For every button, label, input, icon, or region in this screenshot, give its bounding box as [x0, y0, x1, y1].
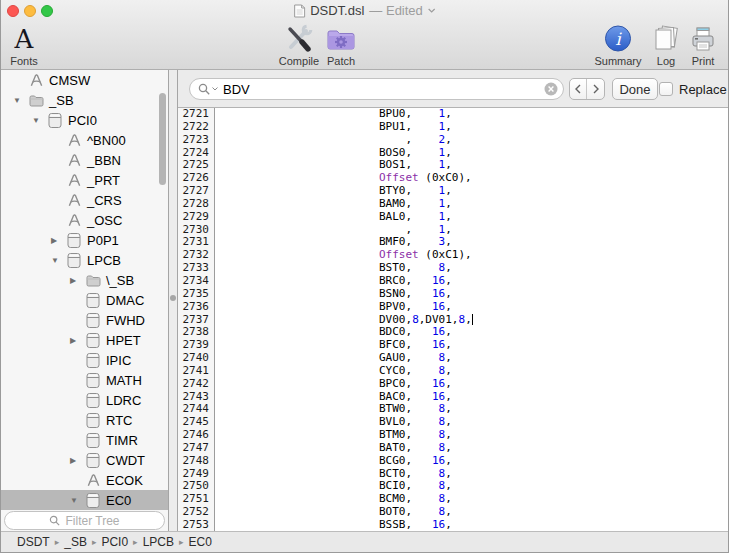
code-line[interactable]: 2737DV00,8,DV01,8,	[178, 314, 728, 327]
code-line[interactable]: 2741CYC0, 8,	[178, 365, 728, 378]
line-number: 2748	[178, 455, 215, 468]
code-line[interactable]: 2722BPU1, 1,	[178, 121, 728, 134]
sidebar-scrollbar-thumb[interactable]	[159, 93, 166, 185]
disclosure-triangle-icon[interactable]: ▶	[70, 276, 85, 285]
code-line[interactable]: 2750BCI0, 8,	[178, 480, 728, 493]
code-line[interactable]: 2747BAT0, 8,	[178, 442, 728, 455]
find-previous-button[interactable]	[570, 79, 587, 99]
sidebar-item-pci0[interactable]: ▼PCI0	[1, 110, 168, 130]
done-button[interactable]: Done	[612, 78, 658, 100]
code-line[interactable]: 2751BCM0, 8,	[178, 493, 728, 506]
code-line[interactable]: 2728BAM0, 1,	[178, 198, 728, 211]
breadcrumb-item[interactable]: PCI0	[101, 535, 128, 549]
print-button[interactable]: Print	[684, 23, 722, 67]
sidebar-item-lpcb[interactable]: ▼LPCB	[1, 250, 168, 270]
proxy-document-icon[interactable]	[293, 4, 305, 18]
search-clear-button[interactable]	[544, 82, 558, 96]
sidebar-item-dmac[interactable]: DMAC	[1, 290, 168, 310]
code-line[interactable]: 2735BSN0, 16,	[178, 288, 728, 301]
code-line[interactable]: 2752BOT0, 8,	[178, 506, 728, 519]
sidebar-item-hpet[interactable]: ▶HPET	[1, 330, 168, 350]
sidebar-item-rtc[interactable]: RTC	[1, 410, 168, 430]
disclosure-triangle-icon[interactable]: ▼	[13, 96, 28, 105]
breadcrumb-item[interactable]: LPCB	[143, 535, 174, 549]
code-line[interactable]: 2748BCG0, 16,	[178, 455, 728, 468]
code-line[interactable]: 2723 , 2,	[178, 134, 728, 147]
disclosure-triangle-icon[interactable]: ▶	[51, 236, 66, 245]
code-line[interactable]: 2721BPU0, 1,	[178, 108, 728, 121]
disclosure-triangle-icon[interactable]: ▼	[70, 496, 85, 505]
code-line[interactable]: 2726Offset (0xC0),	[178, 172, 728, 185]
zoom-window-button[interactable]	[41, 5, 53, 17]
code-line[interactable]: 2744BTW0, 8,	[178, 403, 728, 416]
code-line[interactable]: 2734BRC0, 16,	[178, 275, 728, 288]
sidebar-item-sb[interactable]: ▼_SB	[1, 90, 168, 110]
sidebar-item-crs[interactable]: _CRS	[1, 190, 168, 210]
code-line[interactable]: 2727BTY0, 1,	[178, 185, 728, 198]
code-line[interactable]: 2733BST0, 8,	[178, 262, 728, 275]
sidebar-item-p0p1[interactable]: ▶P0P1	[1, 230, 168, 250]
disclosure-triangle-icon[interactable]: ▼	[51, 256, 66, 265]
close-window-button[interactable]	[7, 5, 19, 17]
sidebar-item-ec0[interactable]: ▼EC0	[1, 490, 168, 510]
sidebar-item-ldrc[interactable]: LDRC	[1, 390, 168, 410]
method-icon	[66, 132, 82, 148]
sidebar-item-osc[interactable]: _OSC	[1, 210, 168, 230]
disclosure-triangle-icon[interactable]: ▶	[70, 456, 85, 465]
compile-button[interactable]: Compile	[273, 23, 325, 67]
sidebar-item-sb[interactable]: ▶\_SB	[1, 270, 168, 290]
sidebar-tree: CMSW▼_SB▼PCI0^BN00_BBN_PRT_CRS_OSC▶P0P1▼…	[1, 70, 168, 511]
code-line[interactable]: 2729BAL0, 1,	[178, 211, 728, 224]
sidebar-item-ipic[interactable]: IPIC	[1, 350, 168, 370]
code-editor[interactable]: 2721BPU0, 1,2722BPU1, 1,2723 , 2,2724BOS…	[178, 108, 728, 532]
minimize-window-button[interactable]	[24, 5, 36, 17]
breadcrumb-item[interactable]: DSDT	[17, 535, 50, 549]
sidebar-item-fwhd[interactable]: FWHD	[1, 310, 168, 330]
sidebar-item-prt[interactable]: _PRT	[1, 170, 168, 190]
device-icon	[85, 312, 101, 328]
code-line[interactable]: 2743BAC0, 16,	[178, 391, 728, 404]
disclosure-triangle-icon[interactable]: ▶	[70, 336, 85, 345]
code-line[interactable]: 2749BCT0, 8,	[178, 468, 728, 481]
split-divider[interactable]	[169, 70, 178, 532]
main-split-view: CMSW▼_SB▼PCI0^BN00_BBN_PRT_CRS_OSC▶P0P1▼…	[1, 70, 728, 532]
sidebar-item-timr[interactable]: TIMR	[1, 430, 168, 450]
log-button[interactable]: Log	[649, 23, 683, 67]
code-line[interactable]: 2739BFC0, 16,	[178, 339, 728, 352]
filter-tree-input[interactable]: Filter Tree	[4, 511, 165, 530]
split-handle-dot[interactable]	[170, 295, 176, 301]
breadcrumb-item[interactable]: _SB	[64, 535, 87, 549]
replace-checkbox[interactable]	[659, 82, 673, 96]
find-search-field[interactable]: BDV	[189, 78, 564, 100]
device-icon	[85, 412, 101, 428]
sidebar-item-cmsw[interactable]: CMSW	[1, 70, 168, 90]
sidebar-item-label: _BBN	[87, 153, 121, 168]
sidebar-item-bbn[interactable]: _BBN	[1, 150, 168, 170]
sidebar-item-ecok[interactable]: ECOK	[1, 470, 168, 490]
sidebar-item-cwdt[interactable]: ▶CWDT	[1, 450, 168, 470]
code-line[interactable]: 2724BOS0, 1,	[178, 147, 728, 160]
disclosure-triangle-icon[interactable]: ▼	[32, 116, 47, 125]
search-query-text: BDV	[223, 82, 544, 97]
code-line[interactable]: 2740GAU0, 8,	[178, 352, 728, 365]
breadcrumb-item[interactable]: EC0	[189, 535, 212, 549]
line-number: 2721	[178, 108, 215, 121]
find-next-button[interactable]	[587, 79, 604, 99]
edited-status: — Edited	[369, 3, 422, 18]
fonts-button[interactable]: A Fonts	[3, 23, 45, 67]
code-line[interactable]: 2746BTM0, 8,	[178, 429, 728, 442]
summary-button[interactable]: i Summary	[593, 23, 643, 67]
code-line[interactable]: 2732Offset (0xC1),	[178, 249, 728, 262]
method-icon	[66, 152, 82, 168]
sidebar-item-math[interactable]: MATH	[1, 370, 168, 390]
patch-button[interactable]: Patch	[319, 23, 363, 67]
code-line[interactable]: 2745BVL0, 8,	[178, 416, 728, 429]
code-line[interactable]: 2738BDC0, 16,	[178, 326, 728, 339]
code-line[interactable]: 2742BPC0, 16,	[178, 378, 728, 391]
search-scope-menu[interactable]	[198, 83, 218, 96]
window-chrome: DSDT.dsl — Edited A Fonts Compile	[1, 0, 728, 70]
sidebar-item-bn00[interactable]: ^BN00	[1, 130, 168, 150]
code-line[interactable]: 2753BSSB, 16,	[178, 519, 728, 532]
code-line[interactable]: 2730 , 1,	[178, 224, 728, 237]
title-chevron-icon[interactable]	[428, 8, 436, 13]
